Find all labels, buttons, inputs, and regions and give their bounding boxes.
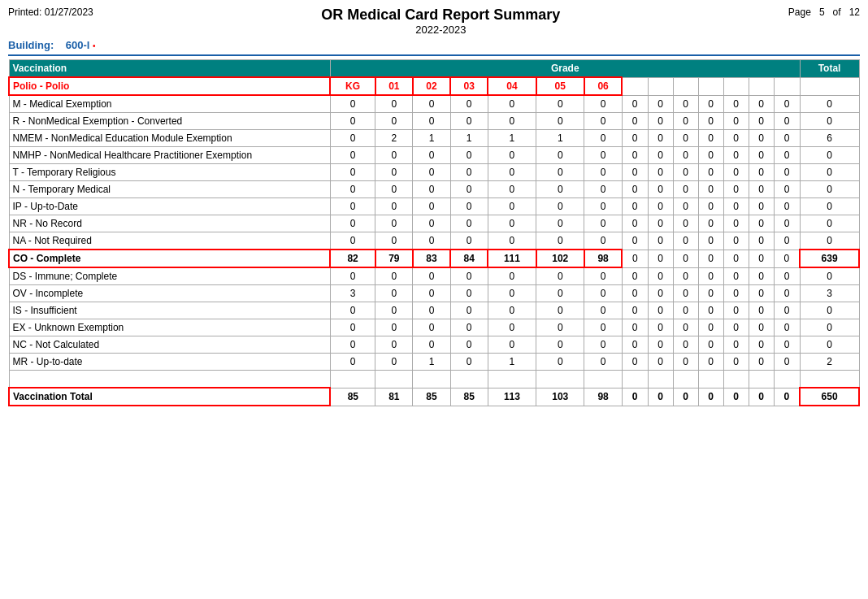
- row-val: 0: [698, 336, 723, 354]
- grade-01: 01: [375, 77, 413, 95]
- row-val: 0: [375, 267, 413, 285]
- row-val: 0: [488, 95, 536, 113]
- grand-total: 650: [800, 388, 859, 406]
- table-row: T - Temporary Religious000000000000000: [9, 164, 859, 181]
- row-val: 0: [536, 267, 584, 285]
- row-val: 0: [330, 354, 375, 371]
- total-label: Vaccination Total: [9, 388, 330, 406]
- page-label: Page: [788, 7, 811, 18]
- printed-date-section: Printed: 01/27/2023: [8, 7, 93, 18]
- table-row: NA - Not Required000000000000000: [9, 232, 859, 250]
- row-val: 0: [450, 181, 488, 198]
- row-total: 0: [800, 181, 859, 198]
- grade-05: 05: [536, 77, 584, 95]
- row-val: 0: [723, 336, 749, 354]
- page-number-section: Page 5 of 12: [788, 7, 860, 18]
- row-val: 0: [330, 147, 375, 164]
- row-val: 0: [673, 147, 698, 164]
- row-val: 0: [330, 215, 375, 232]
- total-val: 103: [536, 388, 584, 406]
- table-row: MR - Up-to-date001010000000002: [9, 354, 859, 371]
- main-table: Vaccination Grade Total Polio - Polio KG…: [8, 59, 860, 406]
- row-val: 0: [673, 198, 698, 215]
- total-val: 85: [413, 388, 450, 406]
- row-val: 3: [330, 285, 375, 302]
- row-val: 0: [413, 319, 450, 336]
- row-val: 0: [413, 267, 450, 285]
- printed-date: 01/27/2023: [45, 7, 93, 18]
- row-val: 0: [698, 147, 723, 164]
- row-val: 0: [648, 147, 673, 164]
- row-val: 0: [450, 232, 488, 250]
- row-val: 0: [774, 164, 800, 181]
- polio-header-row: Polio - Polio KG 01 02 03 04 05 06: [9, 77, 859, 95]
- row-val: 0: [536, 198, 584, 215]
- grade-empty-5: [723, 77, 749, 95]
- row-val: 1: [488, 130, 536, 147]
- page-total: 12: [849, 7, 860, 18]
- total-val: 85: [450, 388, 488, 406]
- grade-04: 04: [488, 77, 536, 95]
- row-val: 0: [413, 147, 450, 164]
- row-val: 0: [622, 181, 648, 198]
- row-label: IS - Insufficient: [9, 302, 330, 319]
- row-val: 0: [749, 147, 774, 164]
- row-val: 0: [673, 95, 698, 113]
- table-row: CO - Complete82798384111102980000000639: [9, 250, 859, 267]
- row-total: 0: [800, 232, 859, 250]
- row-val: 0: [698, 164, 723, 181]
- row-val: 0: [488, 147, 536, 164]
- row-val: 0: [673, 232, 698, 250]
- row-val: 0: [488, 302, 536, 319]
- row-val: 0: [774, 113, 800, 130]
- row-val: 0: [536, 164, 584, 181]
- row-val: 0: [375, 113, 413, 130]
- row-val: 0: [622, 198, 648, 215]
- row-val: 0: [698, 215, 723, 232]
- grade-empty-6: [749, 77, 774, 95]
- row-val: 0: [584, 302, 622, 319]
- row-val: 0: [622, 95, 648, 113]
- row-total: 0: [800, 336, 859, 354]
- grade-empty-7: [774, 77, 800, 95]
- row-val: 0: [774, 267, 800, 285]
- row-val: 0: [723, 95, 749, 113]
- row-label: N - Temporary Medical: [9, 181, 330, 198]
- row-total: 2: [800, 354, 859, 371]
- building-row: Building: 600-l •: [8, 39, 860, 51]
- row-val: 0: [749, 198, 774, 215]
- row-total: 639: [800, 250, 859, 267]
- row-val: 0: [723, 164, 749, 181]
- row-val: 0: [749, 130, 774, 147]
- row-val: 0: [774, 336, 800, 354]
- grade-empty-4: [698, 77, 723, 95]
- grade-empty-2: [648, 77, 673, 95]
- row-val: 0: [622, 319, 648, 336]
- row-val: 0: [450, 147, 488, 164]
- row-val: 0: [330, 336, 375, 354]
- row-total: 0: [800, 164, 859, 181]
- row-val: 0: [698, 285, 723, 302]
- row-label: IP - Up-to-Date: [9, 198, 330, 215]
- row-val: 0: [673, 336, 698, 354]
- building-label: Building:: [8, 39, 54, 51]
- row-val: 0: [622, 285, 648, 302]
- row-val: 0: [774, 285, 800, 302]
- col-grade: Grade: [330, 60, 800, 78]
- col-vaccination: Vaccination: [9, 60, 330, 78]
- row-val: 0: [723, 319, 749, 336]
- row-val: 0: [536, 302, 584, 319]
- row-val: 0: [698, 250, 723, 267]
- total-val: 0: [749, 388, 774, 406]
- row-val: 0: [648, 250, 673, 267]
- row-val: 0: [622, 232, 648, 250]
- row-val: 0: [723, 130, 749, 147]
- row-val: 0: [488, 232, 536, 250]
- row-val: 0: [749, 267, 774, 285]
- row-val: 0: [536, 336, 584, 354]
- row-label: M - Medical Exemption: [9, 95, 330, 113]
- row-val: 0: [723, 354, 749, 371]
- row-val: 0: [413, 232, 450, 250]
- row-val: 0: [774, 319, 800, 336]
- row-val: 0: [584, 198, 622, 215]
